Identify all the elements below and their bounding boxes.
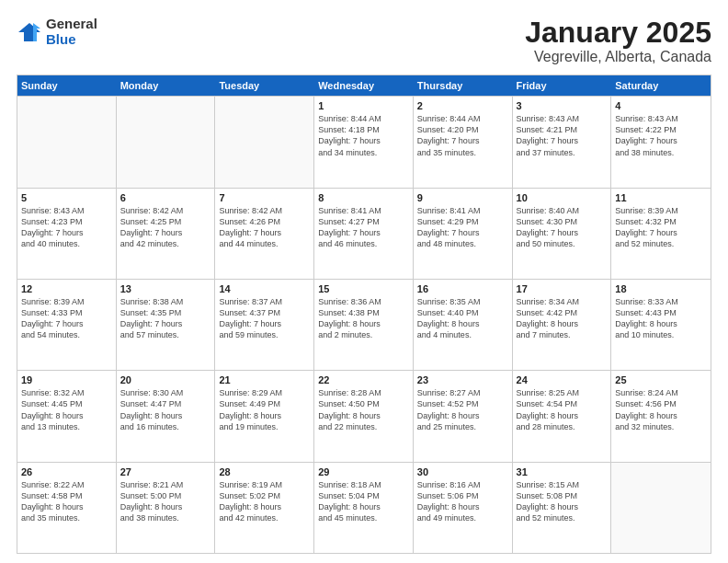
week-row-2: 5Sunrise: 8:43 AM Sunset: 4:23 PM Daylig… [17, 188, 711, 279]
week-row-4: 19Sunrise: 8:32 AM Sunset: 4:45 PM Dayli… [17, 370, 711, 461]
day-cell-29: 29Sunrise: 8:18 AM Sunset: 5:04 PM Dayli… [314, 463, 414, 553]
empty-cell [611, 463, 711, 553]
day-info-28: Sunrise: 8:19 AM Sunset: 5:02 PM Dayligh… [219, 479, 310, 524]
day-cell-17: 17Sunrise: 8:34 AM Sunset: 4:42 PM Dayli… [513, 280, 612, 370]
header-thursday: Thursday [414, 75, 513, 96]
day-number-26: 26 [21, 466, 112, 477]
day-number-7: 7 [219, 192, 310, 203]
day-cell-16: 16Sunrise: 8:35 AM Sunset: 4:40 PM Dayli… [414, 280, 513, 370]
day-info-19: Sunrise: 8:32 AM Sunset: 4:45 PM Dayligh… [21, 387, 112, 432]
svg-marker-0 [18, 23, 40, 41]
day-cell-21: 21Sunrise: 8:29 AM Sunset: 4:49 PM Dayli… [215, 371, 314, 461]
day-cell-13: 13Sunrise: 8:38 AM Sunset: 4:35 PM Dayli… [117, 280, 216, 370]
day-number-17: 17 [517, 283, 608, 294]
day-cell-8: 8Sunrise: 8:41 AM Sunset: 4:27 PM Daylig… [314, 189, 414, 279]
logo-general: General [46, 17, 97, 32]
day-number-10: 10 [517, 192, 608, 203]
day-cell-14: 14Sunrise: 8:37 AM Sunset: 4:37 PM Dayli… [215, 280, 314, 370]
day-info-23: Sunrise: 8:27 AM Sunset: 4:52 PM Dayligh… [417, 387, 508, 432]
day-info-17: Sunrise: 8:34 AM Sunset: 4:42 PM Dayligh… [517, 296, 608, 341]
day-info-15: Sunrise: 8:36 AM Sunset: 4:38 PM Dayligh… [318, 296, 409, 341]
header-monday: Monday [117, 75, 216, 96]
day-number-12: 12 [21, 283, 112, 294]
day-cell-18: 18Sunrise: 8:33 AM Sunset: 4:43 PM Dayli… [611, 280, 711, 370]
day-number-1: 1 [318, 100, 409, 111]
week-row-5: 26Sunrise: 8:22 AM Sunset: 4:58 PM Dayli… [17, 462, 711, 553]
day-cell-4: 4Sunrise: 8:43 AM Sunset: 4:22 PM Daylig… [611, 97, 711, 187]
header-sunday: Sunday [17, 75, 117, 96]
day-cell-28: 28Sunrise: 8:19 AM Sunset: 5:02 PM Dayli… [215, 463, 314, 553]
day-number-30: 30 [417, 466, 508, 477]
day-info-6: Sunrise: 8:42 AM Sunset: 4:25 PM Dayligh… [120, 205, 211, 250]
day-number-21: 21 [219, 374, 310, 385]
day-cell-20: 20Sunrise: 8:30 AM Sunset: 4:47 PM Dayli… [117, 371, 216, 461]
day-number-28: 28 [219, 466, 310, 477]
day-cell-7: 7Sunrise: 8:42 AM Sunset: 4:26 PM Daylig… [215, 189, 314, 279]
day-info-11: Sunrise: 8:39 AM Sunset: 4:32 PM Dayligh… [615, 205, 707, 250]
day-info-18: Sunrise: 8:33 AM Sunset: 4:43 PM Dayligh… [615, 296, 707, 341]
day-number-5: 5 [21, 192, 112, 203]
empty-cell [17, 97, 117, 187]
header-saturday: Saturday [611, 75, 711, 96]
logo-blue: Blue [46, 32, 97, 48]
day-number-13: 13 [120, 283, 211, 294]
day-cell-10: 10Sunrise: 8:40 AM Sunset: 4:30 PM Dayli… [513, 189, 612, 279]
day-info-20: Sunrise: 8:30 AM Sunset: 4:47 PM Dayligh… [120, 387, 211, 432]
day-info-2: Sunrise: 8:44 AM Sunset: 4:20 PM Dayligh… [417, 113, 508, 158]
day-cell-3: 3Sunrise: 8:43 AM Sunset: 4:21 PM Daylig… [513, 97, 612, 187]
day-cell-9: 9Sunrise: 8:41 AM Sunset: 4:29 PM Daylig… [414, 189, 513, 279]
day-cell-19: 19Sunrise: 8:32 AM Sunset: 4:45 PM Dayli… [17, 371, 117, 461]
day-info-26: Sunrise: 8:22 AM Sunset: 4:58 PM Dayligh… [21, 479, 112, 524]
day-number-3: 3 [517, 100, 608, 111]
day-number-20: 20 [120, 374, 211, 385]
header: General Blue January 2025 Vegreville, Al… [17, 17, 711, 65]
day-number-9: 9 [417, 192, 508, 203]
week-row-3: 12Sunrise: 8:39 AM Sunset: 4:33 PM Dayli… [17, 279, 711, 370]
day-info-7: Sunrise: 8:42 AM Sunset: 4:26 PM Dayligh… [219, 205, 310, 250]
day-info-5: Sunrise: 8:43 AM Sunset: 4:23 PM Dayligh… [21, 205, 112, 250]
day-info-30: Sunrise: 8:16 AM Sunset: 5:06 PM Dayligh… [417, 479, 508, 524]
day-cell-23: 23Sunrise: 8:27 AM Sunset: 4:52 PM Dayli… [414, 371, 513, 461]
page: General Blue January 2025 Vegreville, Al… [0, 0, 728, 563]
header-friday: Friday [513, 75, 612, 96]
day-cell-24: 24Sunrise: 8:25 AM Sunset: 4:54 PM Dayli… [513, 371, 612, 461]
title-area: January 2025 Vegreville, Alberta, Canada [525, 17, 711, 65]
day-info-16: Sunrise: 8:35 AM Sunset: 4:40 PM Dayligh… [417, 296, 508, 341]
day-number-31: 31 [517, 466, 608, 477]
day-number-27: 27 [120, 466, 211, 477]
day-info-25: Sunrise: 8:24 AM Sunset: 4:56 PM Dayligh… [615, 387, 707, 432]
calendar-title: January 2025 [525, 17, 711, 49]
day-cell-31: 31Sunrise: 8:15 AM Sunset: 5:08 PM Dayli… [513, 463, 612, 553]
day-number-11: 11 [615, 192, 707, 203]
day-cell-30: 30Sunrise: 8:16 AM Sunset: 5:06 PM Dayli… [414, 463, 513, 553]
day-number-24: 24 [517, 374, 608, 385]
day-number-4: 4 [615, 100, 707, 111]
calendar-body: 1Sunrise: 8:44 AM Sunset: 4:18 PM Daylig… [17, 96, 711, 553]
day-info-21: Sunrise: 8:29 AM Sunset: 4:49 PM Dayligh… [219, 387, 310, 432]
day-info-4: Sunrise: 8:43 AM Sunset: 4:22 PM Dayligh… [615, 113, 707, 158]
calendar: Sunday Monday Tuesday Wednesday Thursday… [17, 75, 711, 554]
day-number-18: 18 [615, 283, 707, 294]
day-info-12: Sunrise: 8:39 AM Sunset: 4:33 PM Dayligh… [21, 296, 112, 341]
day-info-27: Sunrise: 8:21 AM Sunset: 5:00 PM Dayligh… [120, 479, 211, 524]
day-number-15: 15 [318, 283, 409, 294]
day-info-1: Sunrise: 8:44 AM Sunset: 4:18 PM Dayligh… [318, 113, 409, 158]
day-number-6: 6 [120, 192, 211, 203]
logo-text: General Blue [46, 17, 97, 47]
day-cell-1: 1Sunrise: 8:44 AM Sunset: 4:18 PM Daylig… [314, 97, 414, 187]
header-wednesday: Wednesday [314, 75, 414, 96]
day-info-14: Sunrise: 8:37 AM Sunset: 4:37 PM Dayligh… [219, 296, 310, 341]
day-number-8: 8 [318, 192, 409, 203]
day-cell-15: 15Sunrise: 8:36 AM Sunset: 4:38 PM Dayli… [314, 280, 414, 370]
day-info-31: Sunrise: 8:15 AM Sunset: 5:08 PM Dayligh… [517, 479, 608, 524]
logo: General Blue [17, 17, 97, 47]
header-tuesday: Tuesday [215, 75, 314, 96]
day-number-16: 16 [417, 283, 508, 294]
day-cell-11: 11Sunrise: 8:39 AM Sunset: 4:32 PM Dayli… [611, 189, 711, 279]
calendar-header: Sunday Monday Tuesday Wednesday Thursday… [17, 75, 711, 96]
day-cell-25: 25Sunrise: 8:24 AM Sunset: 4:56 PM Dayli… [611, 371, 711, 461]
week-row-1: 1Sunrise: 8:44 AM Sunset: 4:18 PM Daylig… [17, 96, 711, 187]
day-info-29: Sunrise: 8:18 AM Sunset: 5:04 PM Dayligh… [318, 479, 409, 524]
day-number-23: 23 [417, 374, 508, 385]
empty-cell [215, 97, 314, 187]
